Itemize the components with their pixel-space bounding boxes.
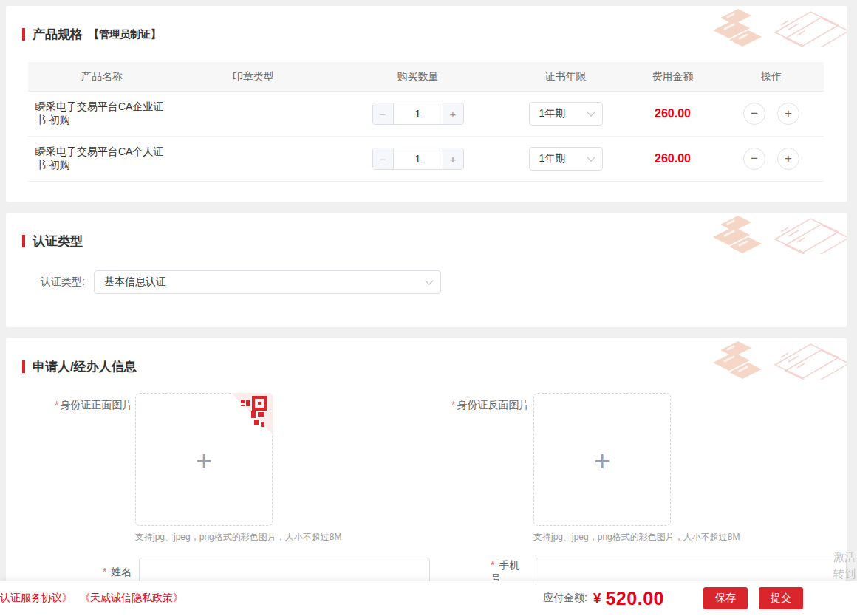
chevron-down-icon <box>425 276 433 284</box>
col-header-actions: 操作 <box>719 70 824 83</box>
corner-decoration <box>710 338 847 380</box>
upload-plus-icon: + <box>534 447 670 475</box>
quantity-input[interactable] <box>394 103 443 124</box>
upload-hint: 支持jpg、jpeg，png格式的彩色图片，大小不超过8M <box>135 531 341 544</box>
col-header-seal-type: 印章类型 <box>176 70 331 83</box>
section-accent-bar <box>22 28 25 41</box>
product-name: 瞬采电子交易平台CA个人证书-初购 <box>28 146 176 172</box>
auth-type-select-value: 基本信息认证 <box>104 276 166 289</box>
quantity-stepper[interactable]: − + <box>372 148 464 170</box>
id-front-label: *身份证正面图片 <box>55 399 132 412</box>
required-asterisk: * <box>55 399 58 411</box>
id-back-upload[interactable]: + <box>533 393 671 526</box>
section-accent-bar <box>22 235 25 247</box>
row-remove-button[interactable]: − <box>743 103 765 125</box>
price-value: 260.00 <box>626 152 719 165</box>
product-name: 瞬采电子交易平台CA企业证书-初购 <box>28 100 176 127</box>
upload-hint: 支持jpg、jpeg，png格式的彩色图片，大小不超过8M <box>533 531 740 544</box>
col-header-product-name: 产品名称 <box>28 70 176 83</box>
currency-symbol: ¥ <box>593 590 601 606</box>
col-header-quantity: 购买数量 <box>331 70 505 83</box>
stepper-increase-button[interactable]: + <box>443 148 463 169</box>
table-row: 瞬采电子交易平台CA企业证书-初购 − + 1年期 260.00 <box>28 92 824 137</box>
agreement-links: 认证服务协议》《天威诚信隐私政策》 <box>0 592 183 605</box>
required-asterisk: * <box>103 566 106 578</box>
term-select-value: 1年期 <box>539 107 566 120</box>
auth-type-label: 认证类型: <box>41 276 85 289</box>
payment-footer: 认证服务协议》《天威诚信隐私政策》 应付金额: ¥ 520.00 保存 提交 <box>0 581 857 616</box>
col-header-term: 证书年限 <box>505 70 626 83</box>
upload-plus-icon: + <box>136 447 272 475</box>
price-value: 260.00 <box>626 107 719 120</box>
chevron-down-icon <box>587 108 595 116</box>
term-select[interactable]: 1年期 <box>529 102 603 126</box>
section-accent-bar <box>22 360 25 373</box>
stepper-decrease-button[interactable]: − <box>373 103 394 124</box>
row-add-button[interactable]: + <box>777 148 799 170</box>
payable-amount: 应付金额: ¥ 520.00 <box>543 581 664 616</box>
save-button[interactable]: 保存 <box>703 587 748 609</box>
section-header: 认证类型 <box>22 233 83 250</box>
stepper-increase-button[interactable]: + <box>443 103 463 124</box>
privacy-policy-link[interactable]: 《天威诚信隐私政策》 <box>80 592 183 603</box>
section-title: 产品规格 <box>33 26 83 43</box>
quantity-stepper[interactable]: − + <box>372 103 464 125</box>
name-label: * 姓名 <box>103 566 132 579</box>
windows-activation-watermark: 激活 转到 <box>833 548 856 582</box>
quantity-input[interactable] <box>394 148 443 169</box>
submit-button[interactable]: 提交 <box>759 587 803 609</box>
corner-decoration <box>710 213 847 254</box>
section-header: 申请人/经办人信息 <box>22 358 137 375</box>
auth-type-card: 认证类型 认证类型: 基本信息认证 <box>6 213 847 327</box>
section-header: 产品规格 【管理员制证】 <box>22 26 161 43</box>
applicant-info-card: 申请人/经办人信息 *身份证正面图片 + 支持jpg、jpe <box>6 338 847 616</box>
section-title: 认证类型 <box>33 233 83 250</box>
amount-value: 520.00 <box>605 588 663 609</box>
required-asterisk: * <box>491 559 494 571</box>
qr-corner-badge <box>231 393 273 434</box>
term-select-value: 1年期 <box>539 152 566 165</box>
corner-decoration <box>710 6 847 47</box>
table-header-row: 产品名称 印章类型 购买数量 证书年限 费用金额 操作 <box>28 62 824 92</box>
section-subtitle: 【管理员制证】 <box>89 28 161 41</box>
auth-type-select[interactable]: 基本信息认证 <box>94 270 441 294</box>
row-add-button[interactable]: + <box>777 103 799 125</box>
required-asterisk: * <box>451 399 455 411</box>
stepper-decrease-button[interactable]: − <box>373 148 394 169</box>
section-title: 申请人/经办人信息 <box>33 358 137 375</box>
service-agreement-link[interactable]: 认证服务协议》 <box>0 592 72 603</box>
table-row: 瞬采电子交易平台CA个人证书-初购 − + 1年期 260.00 <box>28 137 824 182</box>
amount-label: 应付金额: <box>543 592 587 605</box>
chevron-down-icon <box>587 153 595 161</box>
col-header-price: 费用金额 <box>626 70 719 83</box>
product-spec-card: 产品规格 【管理员制证】 产品名称 印章类型 购买数量 证书年限 费用金额 操作… <box>6 6 847 202</box>
id-front-upload[interactable]: + <box>135 393 273 526</box>
id-back-label: *身份证反面图片 <box>451 399 529 412</box>
page: 产品规格 【管理员制证】 产品名称 印章类型 购买数量 证书年限 费用金额 操作… <box>0 0 857 616</box>
term-select[interactable]: 1年期 <box>529 147 603 171</box>
row-remove-button[interactable]: − <box>743 148 765 170</box>
product-table: 产品名称 印章类型 购买数量 证书年限 费用金额 操作 瞬采电子交易平台CA企业… <box>28 62 824 182</box>
